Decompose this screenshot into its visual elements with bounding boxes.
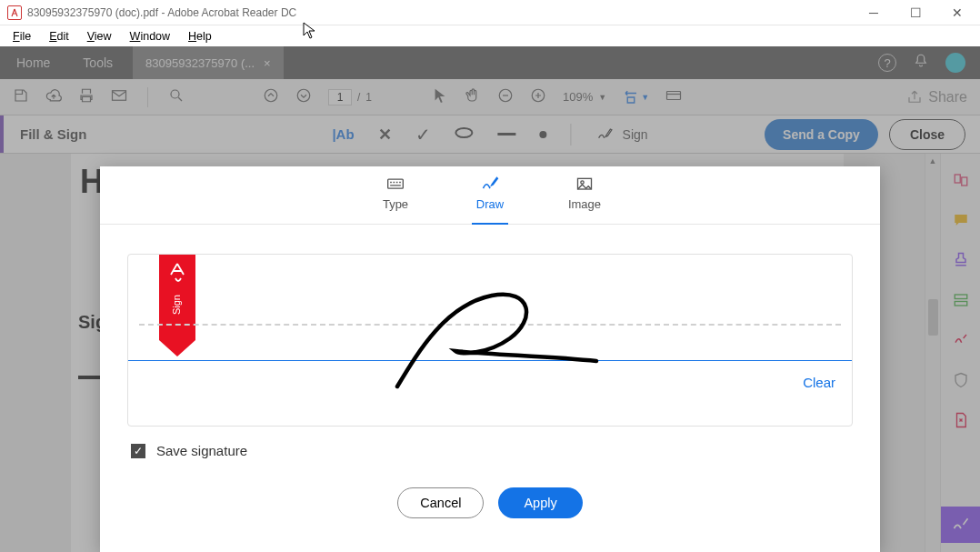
signature-modal: Type Draw Image Sign Clear ✓ Save signat… — [100, 166, 880, 552]
adobe-app-icon — [7, 5, 22, 20]
window-title: 83095932375970 (doc).pdf - Adobe Acrobat… — [27, 6, 296, 19]
save-signature-label: Save signature — [156, 443, 247, 458]
window-titlebar: 83095932375970 (doc).pdf - Adobe Acrobat… — [0, 0, 980, 25]
save-signature-row: ✓ Save signature — [131, 443, 880, 458]
clear-signature-button[interactable]: Clear — [803, 375, 835, 390]
menu-edit[interactable]: Edit — [42, 28, 76, 45]
menu-file[interactable]: File — [5, 28, 38, 45]
tab-type[interactable]: Type — [368, 176, 423, 224]
svg-point-14 — [581, 181, 584, 184]
signature-mode-tabs: Type Draw Image — [100, 166, 880, 225]
save-signature-checkbox[interactable]: ✓ — [131, 444, 145, 458]
signature-canvas[interactable]: Sign Clear — [127, 254, 853, 427]
window-minimize-button[interactable]: ─ — [853, 0, 895, 25]
menu-window[interactable]: Window — [123, 28, 177, 45]
cancel-button[interactable]: Cancel — [397, 487, 484, 518]
menu-help[interactable]: Help — [181, 28, 219, 45]
tab-draw[interactable]: Draw — [463, 176, 517, 224]
menu-bar: File Edit View Window Help — [0, 25, 980, 46]
menu-view[interactable]: View — [80, 28, 119, 45]
window-close-button[interactable]: ✕ — [936, 0, 978, 25]
tab-image[interactable]: Image — [557, 176, 612, 224]
svg-rect-12 — [388, 179, 404, 188]
signature-drawing — [128, 255, 855, 427]
apply-button[interactable]: Apply — [498, 487, 582, 518]
window-maximize-button[interactable]: ☐ — [895, 0, 936, 25]
